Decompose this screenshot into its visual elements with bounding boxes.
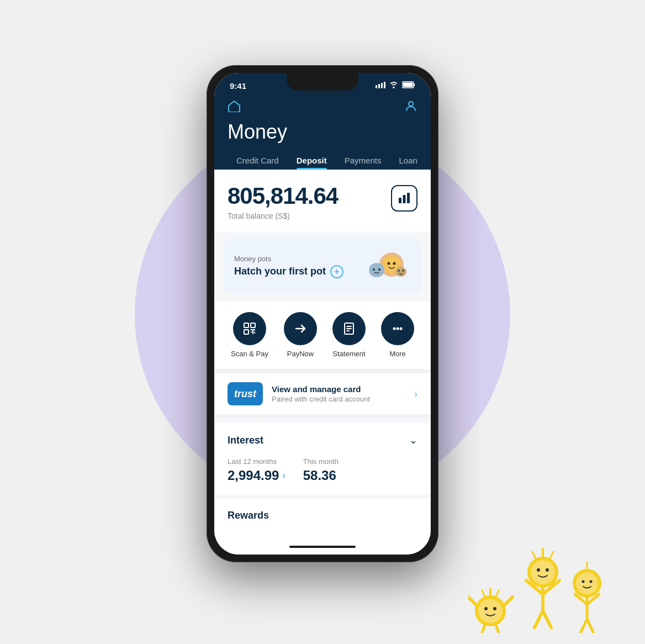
- svg-rect-27: [244, 330, 249, 334]
- more-label: More: [389, 350, 406, 358]
- interest-last12: Last 12 months 2,994.99 ›: [228, 457, 286, 483]
- svg-rect-6: [403, 83, 413, 87]
- statement-action[interactable]: Statement: [332, 312, 366, 358]
- money-pots-banner[interactable]: Money pots Hatch your first pot +: [223, 238, 422, 294]
- rewards-header: Rewards: [228, 510, 417, 521]
- svg-line-60: [543, 611, 551, 627]
- svg-point-15: [393, 262, 396, 265]
- pots-label: Money pots: [234, 255, 343, 263]
- svg-line-63: [550, 552, 553, 558]
- balance-amount: 805,814.64: [228, 183, 338, 209]
- scan-pay-action[interactable]: Scan & Pay: [231, 312, 268, 358]
- divider-2: [214, 414, 431, 419]
- chart-button[interactable]: [391, 185, 417, 212]
- paynow-label: PayNow: [287, 350, 314, 358]
- balance-info: 805,814.64 Total balance (S$): [228, 183, 338, 220]
- balance-section: 805,814.64 Total balance (S$): [214, 170, 431, 231]
- svg-line-45: [468, 597, 477, 605]
- svg-line-62: [532, 552, 536, 558]
- tab-credit-card[interactable]: Credit Card: [228, 151, 288, 170]
- profile-icon[interactable]: [404, 99, 417, 116]
- interest-chevron-icon[interactable]: ⌄: [409, 434, 417, 446]
- tabs: Credit Card Deposit Payments Loans Insur…: [228, 151, 417, 170]
- trust-subtitle: Paired with credit card account: [272, 395, 405, 403]
- signal-icon: [376, 82, 385, 90]
- wifi-icon: [389, 81, 399, 91]
- header-icons: [228, 99, 417, 116]
- svg-line-47: [482, 625, 485, 633]
- tab-deposit[interactable]: Deposit: [288, 151, 336, 170]
- svg-point-7: [409, 102, 413, 106]
- interest-last12-arrow-icon[interactable]: ›: [282, 471, 285, 481]
- svg-point-40: [399, 328, 402, 330]
- pots-cta: Hatch your first pot +: [234, 265, 343, 278]
- svg-rect-26: [244, 323, 249, 328]
- svg-rect-28: [251, 323, 255, 328]
- svg-rect-5: [414, 83, 415, 86]
- svg-rect-2: [381, 83, 383, 88]
- svg-point-42: [478, 599, 503, 623]
- pots-text: Money pots Hatch your first pot +: [234, 255, 343, 278]
- svg-point-55: [546, 568, 549, 572]
- interest-last12-label: Last 12 months: [228, 457, 286, 466]
- svg-line-71: [580, 619, 587, 633]
- statement-label: Statement: [332, 350, 365, 358]
- pots-plus-icon: +: [330, 265, 343, 278]
- rewards-section: Rewards: [214, 499, 431, 541]
- main-content: 805,814.64 Total balance (S$) Mon: [214, 170, 431, 541]
- svg-point-67: [590, 580, 593, 583]
- paynow-icon-circle: [284, 312, 317, 345]
- svg-point-44: [493, 607, 496, 610]
- svg-line-51: [496, 590, 499, 597]
- trust-text: View and manage card Paired with credit …: [272, 384, 405, 403]
- svg-point-21: [373, 268, 375, 271]
- svg-point-54: [537, 568, 540, 572]
- svg-line-48: [496, 625, 499, 633]
- svg-rect-10: [407, 193, 410, 203]
- svg-rect-9: [403, 195, 406, 203]
- interest-thismonth: This month 58.36: [303, 457, 339, 483]
- rewards-title: Rewards: [228, 510, 269, 521]
- svg-point-38: [393, 328, 395, 330]
- animals-illustration: [361, 247, 411, 286]
- more-action[interactable]: More: [381, 312, 414, 358]
- phone-screen: 9:41: [214, 73, 431, 555]
- svg-point-43: [484, 607, 488, 610]
- svg-rect-1: [378, 84, 380, 88]
- svg-point-39: [396, 328, 399, 330]
- status-icons: [376, 81, 415, 91]
- svg-point-22: [378, 268, 380, 271]
- status-time: 9:41: [230, 81, 246, 91]
- svg-point-24: [398, 270, 400, 272]
- interest-last12-amount: 2,994.99 ›: [228, 468, 286, 483]
- svg-line-72: [587, 619, 594, 633]
- trust-card-row[interactable]: trust View and manage card Paired with c…: [214, 373, 431, 414]
- trust-chevron-icon: ›: [414, 388, 417, 400]
- more-icon-circle: [381, 312, 414, 345]
- svg-line-50: [482, 590, 485, 597]
- interest-title: Interest: [228, 435, 263, 446]
- svg-point-66: [582, 580, 585, 583]
- home-indicator: [214, 541, 431, 555]
- svg-rect-8: [399, 198, 401, 203]
- interest-thismonth-label: This month: [303, 457, 339, 466]
- tab-payments[interactable]: Payments: [336, 151, 390, 170]
- app-header: Money Credit Card Deposit Payments Loans…: [214, 94, 431, 170]
- home-icon[interactable]: [228, 100, 241, 115]
- scan-pay-icon-circle: [233, 312, 266, 345]
- svg-rect-0: [376, 85, 377, 88]
- svg-point-14: [388, 262, 390, 265]
- page-title: Money: [228, 120, 417, 144]
- interest-section: Interest ⌄ Last 12 months 2,994.99 ›: [214, 423, 431, 494]
- svg-point-65: [576, 572, 598, 594]
- svg-line-59: [535, 611, 543, 627]
- interest-header: Interest ⌄: [228, 434, 417, 446]
- trust-logo: trust: [228, 382, 263, 405]
- svg-line-32: [254, 332, 255, 333]
- tab-loans[interactable]: Loans: [390, 151, 417, 170]
- phone-shell: 9:41: [207, 65, 438, 562]
- paynow-action[interactable]: PayNow: [284, 312, 317, 358]
- svg-point-25: [402, 270, 404, 272]
- scene: 9:41: [0, 0, 645, 644]
- statement-icon-circle: [332, 312, 366, 345]
